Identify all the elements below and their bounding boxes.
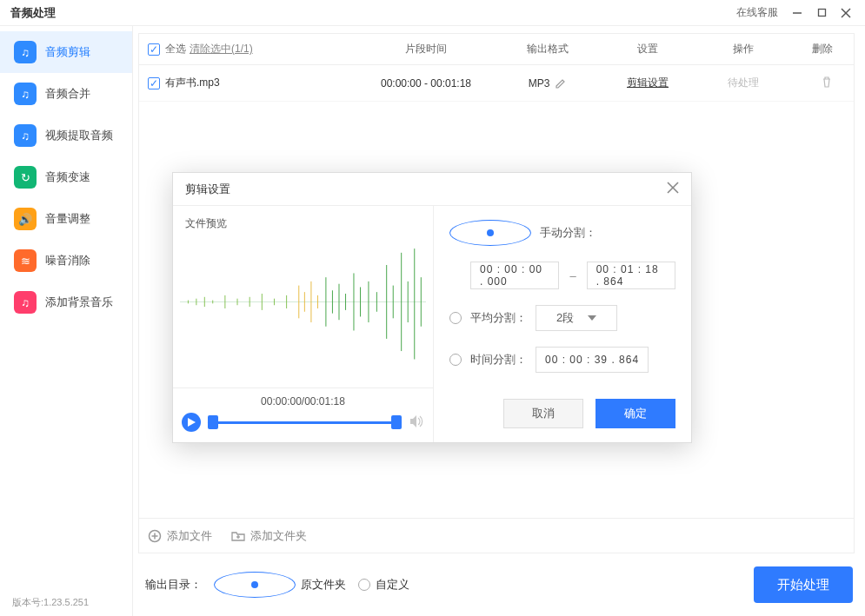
sidebar-item-volume[interactable]: 🔊音量调整 [0,198,132,240]
maximize-button[interactable] [809,1,834,25]
add-file-button[interactable]: 添加文件 [148,528,212,544]
sidebar-item-label: 音频剪辑 [45,44,90,60]
play-button[interactable] [182,413,201,432]
row-status: 待处理 [728,76,759,89]
sidebar-item-bgm[interactable]: ♫添加背景音乐 [0,282,132,323]
row-time: 00:00:00 - 00:01:18 [356,77,496,89]
row-format: MP3 [529,77,550,89]
close-icon [841,8,851,18]
edit-settings-modal: 剪辑设置 文件预览 [172,172,692,443]
volume-icon: 🔊 [14,208,37,230]
row-checkbox[interactable]: ✓ [148,77,160,89]
sidebar-item-label: 噪音消除 [45,253,90,268]
play-icon [187,418,196,427]
row-settings-link[interactable]: 剪辑设置 [627,76,669,89]
sidebar-item-speed[interactable]: ↻音频变速 [0,156,132,198]
time-from-input[interactable]: 00 : 00 : 00 . 000 [470,262,559,289]
radio-label: 原文件夹 [301,577,346,593]
select-all-label: 全选 [165,42,186,56]
add-file-label: 添加文件 [167,528,212,544]
maximize-icon [817,8,827,17]
radio-icon [358,579,370,591]
minimize-icon [792,8,802,18]
denoise-icon: ≋ [14,249,37,272]
radio-icon [214,572,296,598]
sidebar-item-denoise[interactable]: ≋噪音消除 [0,240,132,282]
file-name: 有声书.mp3 [165,76,220,90]
cancel-button[interactable]: 取消 [503,399,583,428]
radio-time-split[interactable] [449,354,462,366]
ok-button[interactable]: 确定 [596,399,675,428]
plus-circle-icon [148,529,162,543]
col-settings: 设置 [600,42,695,56]
time-to-input[interactable]: 00 : 01 : 18 . 864 [587,262,675,289]
radio-original-folder[interactable]: 原文件夹 [214,572,346,598]
output-dir-label: 输出目录： [145,577,202,593]
modal-title: 剪辑设置 [185,182,230,197]
close-button[interactable] [834,1,858,25]
help-link[interactable]: 在线客服 [736,5,778,20]
add-folder-label: 添加文件夹 [250,528,307,544]
edit-icon[interactable] [555,77,567,89]
manual-split-label: 手动分割： [540,225,596,241]
select-all-checkbox[interactable]: ✓ [148,43,160,56]
music-cut-icon: ♫ [14,41,37,63]
sidebar-item-label: 音频合并 [45,86,90,102]
col-time: 片段时间 [356,42,496,56]
col-format: 输出格式 [496,42,600,56]
clear-selection-link[interactable]: 清除选中(1/1) [190,42,253,56]
segments-select[interactable]: 2段 [536,305,617,331]
folder-plus-icon [231,530,245,542]
radio-label: 自定义 [376,577,409,593]
svg-rect-1 [818,10,825,17]
chevron-down-icon [588,315,596,321]
start-button[interactable]: 开始处理 [754,566,853,603]
col-delete: 删除 [791,42,845,56]
bgm-icon: ♫ [14,291,37,314]
list-header: ✓ 全选 清除选中(1/1) 片段时间 输出格式 设置 操作 删除 [139,34,854,65]
volume-icon[interactable] [409,414,424,431]
segments-value: 2段 [556,310,574,326]
sidebar-item-merge[interactable]: ♫音频合并 [0,73,132,115]
sidebar-item-label: 视频提取音频 [45,128,113,143]
trash-icon [821,76,833,88]
preview-label: 文件预览 [173,206,433,236]
sidebar-item-extract[interactable]: ♫视频提取音频 [0,115,132,156]
app-title: 音频处理 [7,2,59,24]
radio-custom-folder[interactable]: 自定义 [358,577,409,593]
range-handle-end[interactable] [391,415,402,429]
average-split-label: 平均分割： [470,310,527,326]
time-split-input[interactable]: 00 : 00 : 39 . 864 [536,347,649,373]
add-folder-button[interactable]: 添加文件夹 [231,528,307,544]
radio-manual-split[interactable] [449,220,531,246]
dash: – [569,269,576,282]
modal-close-button[interactable] [667,182,679,196]
range-slider[interactable] [208,414,402,431]
sidebar-item-trim[interactable]: ♫音频剪辑 [0,31,132,73]
extract-audio-icon: ♫ [14,124,37,147]
waveform[interactable] [180,236,426,387]
close-icon [667,182,679,194]
sidebar-item-label: 音频变速 [45,169,90,185]
speed-icon: ↻ [14,166,37,189]
minimize-button[interactable] [785,1,809,25]
version-label: 版本号:1.23.5.251 [12,596,89,609]
svg-marker-41 [588,315,596,321]
range-handle-start[interactable] [208,415,218,429]
svg-marker-40 [188,418,196,427]
delete-button[interactable] [821,78,833,90]
radio-average-split[interactable] [449,312,462,324]
playback-time: 00:00:00/00:01:18 [182,395,424,407]
music-merge-icon: ♫ [14,83,37,105]
sidebar-item-label: 添加背景音乐 [45,295,113,310]
sidebar: ♫音频剪辑 ♫音频合并 ♫视频提取音频 ↻音频变速 🔊音量调整 ≋噪音消除 ♫添… [0,26,132,616]
col-operation: 操作 [695,42,791,56]
time-split-label: 时间分割： [470,352,527,368]
table-row: ✓ 有声书.mp3 00:00:00 - 00:01:18 MP3 剪辑设置 待… [139,65,854,102]
sidebar-item-label: 音量调整 [45,211,90,227]
